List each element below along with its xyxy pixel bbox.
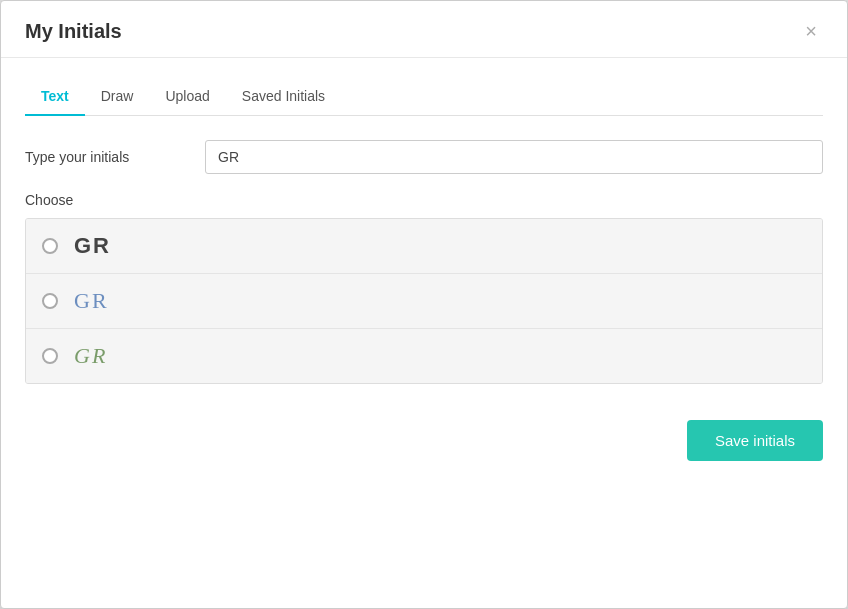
modal-title: My Initials [25,20,122,43]
option-text-3: GR [74,343,107,369]
tab-upload[interactable]: Upload [149,78,225,116]
type-initials-label: Type your initials [25,149,205,165]
tab-saved-initials[interactable]: Saved Initials [226,78,341,116]
option-text-2: GR [74,288,109,314]
option-row-1[interactable]: GR [26,219,822,274]
tab-text[interactable]: Text [25,78,85,116]
my-initials-modal: My Initials × Text Draw Upload Saved Ini… [0,0,848,609]
options-list: GR GR GR [25,218,823,384]
choose-label: Choose [25,192,823,208]
type-initials-row: Type your initials [25,140,823,174]
close-button[interactable]: × [799,19,823,43]
option-radio-3[interactable] [42,348,58,364]
option-row-3[interactable]: GR [26,329,822,383]
modal-footer: Save initials [1,404,847,481]
option-row-2[interactable]: GR [26,274,822,329]
option-radio-1[interactable] [42,238,58,254]
modal-body: Text Draw Upload Saved Initials Type you… [1,58,847,404]
tabs-container: Text Draw Upload Saved Initials [25,78,823,116]
option-text-1: GR [74,233,111,259]
initials-input[interactable] [205,140,823,174]
tab-draw[interactable]: Draw [85,78,150,116]
option-radio-2[interactable] [42,293,58,309]
save-initials-button[interactable]: Save initials [687,420,823,461]
modal-header: My Initials × [1,1,847,58]
